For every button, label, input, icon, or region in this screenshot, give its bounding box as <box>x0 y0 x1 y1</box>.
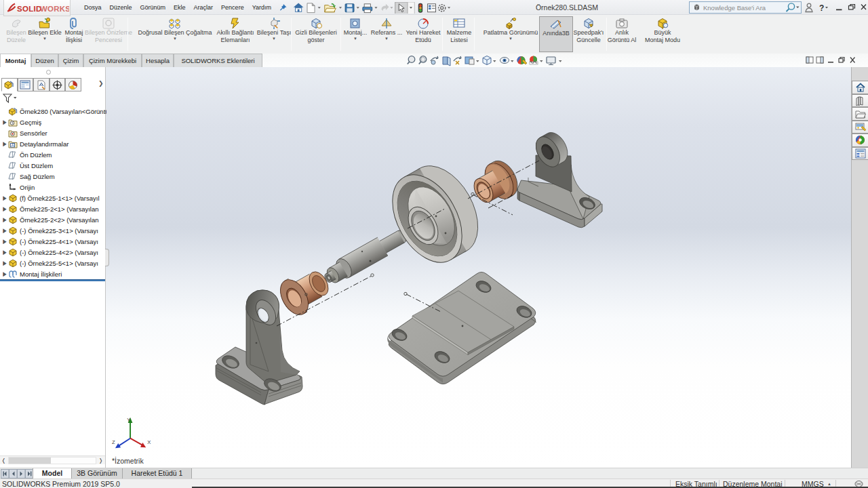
svg-text:Y: Y <box>127 417 130 423</box>
svg-text:X: X <box>147 439 151 445</box>
svg-text:WORKS: WORKS <box>40 4 69 12</box>
svg-text:?: ? <box>819 3 824 13</box>
svg-text:Z: Z <box>112 439 115 445</box>
svg-text:SOLID: SOLID <box>17 4 42 12</box>
svg-text:A: A <box>12 143 14 147</box>
